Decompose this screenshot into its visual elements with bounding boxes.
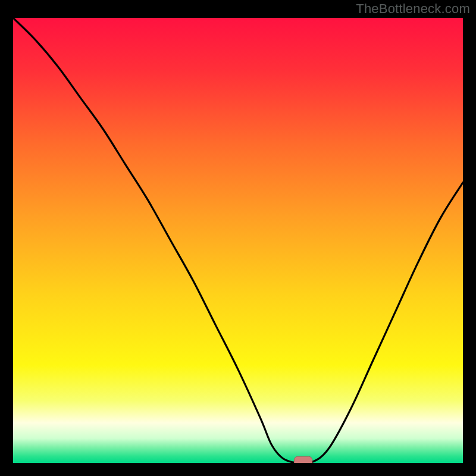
chart-svg xyxy=(13,18,463,463)
optimal-marker xyxy=(295,456,312,463)
watermark-text: TheBottleneck.com xyxy=(356,1,470,17)
plot-area xyxy=(13,18,463,463)
gradient-background xyxy=(13,18,463,463)
chart-frame: TheBottleneck.com xyxy=(0,0,476,476)
